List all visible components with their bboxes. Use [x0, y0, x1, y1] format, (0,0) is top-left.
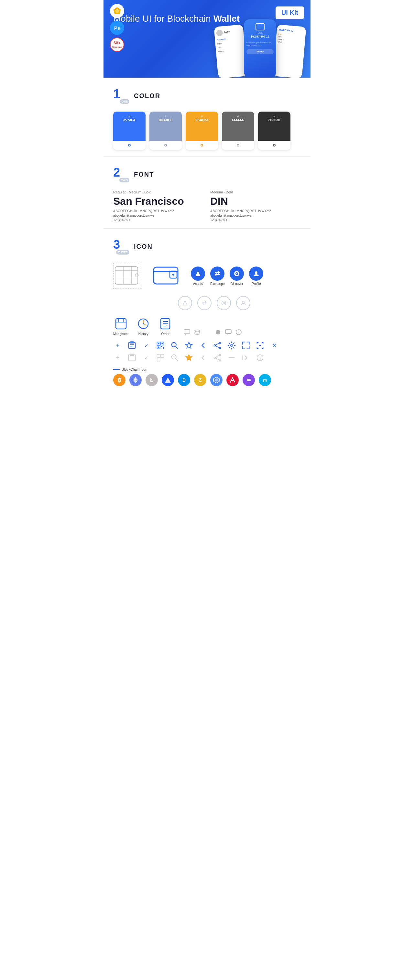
share-icon[interactable]: [213, 341, 222, 350]
font-sf: Regular · Medium · Bold San Francisco AB…: [113, 190, 204, 222]
profile-label: Profile: [252, 282, 261, 286]
swatch-orange: # F5A623: [186, 111, 218, 150]
svg-rect-35: [184, 329, 190, 334]
phone-mockup-center: myWallet $6,297,502.12 Character may be …: [244, 19, 276, 78]
svg-point-22: [221, 301, 226, 305]
svg-marker-55: [186, 342, 193, 348]
moon-icon: [204, 329, 211, 336]
x-close-icon-gray: [227, 353, 236, 362]
back-icon[interactable]: [199, 341, 208, 350]
nav-icons-outline: [113, 296, 301, 310]
section-number-3: 3 THREE: [113, 239, 129, 255]
ltc-icon: Ł: [145, 374, 158, 386]
wallet-filled-icon: [152, 262, 181, 290]
assets-icon-outline: [178, 296, 192, 310]
svg-point-53: [172, 342, 176, 347]
management-icon: [114, 317, 128, 331]
qr-icon[interactable]: [156, 341, 165, 350]
svg-rect-25: [116, 318, 126, 329]
svg-point-20: [255, 271, 258, 274]
misc-icons-gray: i: [183, 329, 242, 336]
search-icon[interactable]: [170, 341, 179, 350]
svg-rect-46: [158, 343, 159, 344]
svg-rect-5: [115, 267, 138, 284]
font-title: FONT: [134, 171, 154, 178]
svg-point-24: [242, 301, 245, 303]
svg-rect-67: [157, 358, 160, 361]
swatch-slate: # 8DA0C8: [150, 111, 182, 150]
qr-icon-gray: [156, 353, 165, 362]
svg-rect-48: [162, 343, 163, 344]
discover-icon-group: Discover: [230, 267, 244, 286]
svg-line-59: [215, 343, 219, 345]
circle-icon: [215, 329, 221, 336]
close-icon[interactable]: ✕: [270, 341, 279, 350]
svg-rect-9: [115, 277, 138, 277]
sf-uppercase: ABCDEFGHIJKLMNOPQRSTUVWXYZ: [113, 209, 204, 213]
sub-one: ONE: [119, 99, 129, 104]
assets-icon-filled: [191, 267, 205, 281]
sf-style: Regular · Medium · Bold: [113, 190, 204, 194]
ps-label: Ps: [114, 25, 120, 31]
blockchain-section: BlockChain Icon ₿ Ł D: [113, 368, 301, 386]
wallet-wireframe-svg: [113, 263, 143, 289]
info-icon-gray: i: [256, 353, 264, 362]
section-number-2: 2 TWO: [113, 166, 129, 182]
btc-icon: ₿: [113, 374, 126, 386]
search-icon-gray: [170, 353, 179, 362]
svg-line-54: [176, 347, 178, 349]
sf-name: San Francisco: [113, 195, 204, 207]
exchange-label: Exchange: [210, 282, 225, 286]
layers-icon: [194, 329, 201, 336]
svg-rect-52: [163, 347, 164, 349]
svg-rect-65: [157, 355, 160, 357]
phone-mockups: Profile Messages Night Fee Assets myWall…: [210, 16, 310, 78]
expand-icon[interactable]: [241, 341, 250, 350]
svg-rect-28: [123, 318, 124, 322]
svg-point-57: [214, 345, 216, 347]
clipboard-icon[interactable]: [127, 341, 137, 350]
font-section: 2 TWO FONT Regular · Medium · Bold San F…: [104, 156, 310, 228]
svg-point-37: [216, 330, 220, 334]
number-1: 1: [113, 88, 120, 100]
exchange-icon-group: Exchange: [210, 267, 225, 286]
discover-label: Discover: [231, 282, 243, 286]
info-icon: i: [235, 329, 242, 336]
svg-marker-16: [195, 271, 201, 276]
svg-rect-51: [161, 346, 162, 347]
check-icon[interactable]: ✓: [142, 341, 151, 350]
svg-point-61: [231, 344, 233, 347]
redo-icon-gray: [241, 353, 250, 362]
svg-rect-12: [154, 267, 178, 284]
matic-icon: [243, 374, 255, 386]
zen-icon: Z: [194, 374, 206, 386]
svg-point-58: [219, 347, 221, 349]
font-section-header: 2 TWO FONT: [113, 166, 301, 182]
profile-icon-outline: [236, 296, 250, 310]
number-2: 2: [113, 166, 120, 178]
font-din: Medium · Bold DIN ABCDEFGHIJKLMNOPQRSTUV…: [210, 190, 301, 222]
speech-icon: [225, 329, 232, 336]
plus-icon[interactable]: +: [113, 341, 122, 350]
nav-icons-filled: Assets Exchange: [191, 267, 263, 286]
section-number-1: 1 ONE: [113, 88, 129, 104]
star-icon[interactable]: [184, 341, 193, 350]
bottom-nav-icons: Mangment History Order: [113, 317, 301, 336]
svg-line-75: [215, 358, 219, 360]
nu-icon: [259, 374, 271, 386]
phone-center-content: myWallet $6,297,502.12 Character may be …: [247, 23, 274, 54]
settings-icon[interactable]: [227, 341, 236, 350]
hero-badges: Ps 60+ Screens: [110, 4, 124, 52]
qtum-icon: [210, 374, 223, 386]
order-icon: [158, 317, 172, 331]
ps-badge: Ps: [110, 21, 124, 35]
transform-icon[interactable]: [256, 341, 264, 350]
svg-point-19: [236, 273, 237, 274]
svg-point-86: [263, 379, 264, 381]
svg-text:i: i: [260, 356, 261, 361]
toolbar-icons-blue: + ✓ ✕: [113, 341, 301, 350]
dash-icon: D: [178, 374, 190, 386]
font-grid: Regular · Medium · Bold San Francisco AB…: [113, 190, 301, 222]
svg-rect-50: [158, 347, 159, 348]
din-uppercase: ABCDEFGHIJKLMNOPQRSTUVWXYZ: [210, 209, 301, 213]
